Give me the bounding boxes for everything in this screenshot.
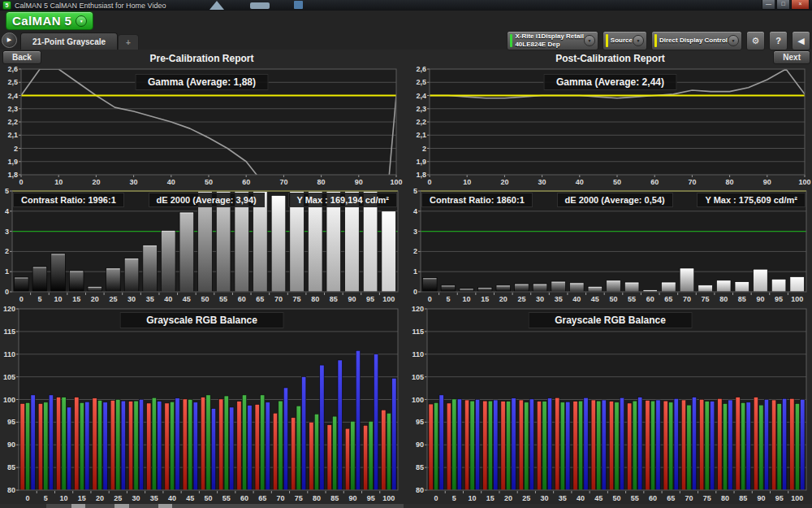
svg-text:100: 100 <box>791 494 803 502</box>
svg-text:75: 75 <box>293 295 301 303</box>
help-icon[interactable]: ? <box>769 31 788 50</box>
svg-text:100: 100 <box>791 295 803 303</box>
source-dropdown[interactable]: Source ▼ <box>603 31 647 50</box>
pre-de-average: dE 2000 (Average: 3,94) <box>149 193 265 207</box>
svg-text:65: 65 <box>667 494 675 502</box>
svg-text:75: 75 <box>702 295 710 303</box>
svg-text:1,8: 1,8 <box>7 171 18 179</box>
svg-text:70: 70 <box>685 494 693 502</box>
svg-text:95: 95 <box>775 494 784 502</box>
svg-text:70: 70 <box>688 178 696 185</box>
pre-contrast-ratio: Contrast Ratio: 1996:1 <box>13 193 124 207</box>
svg-text:2: 2 <box>413 247 417 255</box>
post-y-max: Y Max : 175,609 cd/m² <box>697 193 806 207</box>
svg-text:105: 105 <box>3 373 15 381</box>
bottom-strip <box>0 504 812 508</box>
svg-text:75: 75 <box>703 494 711 502</box>
svg-text:60: 60 <box>242 178 250 185</box>
svg-text:45: 45 <box>186 494 194 502</box>
close-icon[interactable]: × <box>791 0 810 10</box>
svg-text:20: 20 <box>500 178 508 185</box>
svg-text:120: 120 <box>412 306 424 313</box>
svg-text:70: 70 <box>276 494 284 502</box>
svg-text:80: 80 <box>313 494 321 502</box>
titlebar-reflection <box>250 2 270 9</box>
svg-text:30: 30 <box>541 494 549 502</box>
svg-text:4: 4 <box>5 207 9 215</box>
svg-text:15: 15 <box>486 494 495 502</box>
pre-calibration-panel: Back Pre-Calibration Report 2,62,52,42,3… <box>0 50 404 504</box>
svg-text:50: 50 <box>612 494 620 502</box>
settings-gear-icon[interactable]: ⚙ <box>746 31 765 50</box>
svg-text:5: 5 <box>446 295 450 303</box>
display-control-dropdown[interactable]: Direct Display Control ▼ <box>651 31 742 50</box>
app-bar: CalMAN 5 ▼ <box>0 11 812 32</box>
svg-text:55: 55 <box>219 295 227 303</box>
svg-text:65: 65 <box>256 295 264 303</box>
svg-text:95: 95 <box>367 494 375 502</box>
collapse-panel-icon[interactable]: ◀ <box>792 31 810 50</box>
post-de2000-chart: 0123450510152025303540455055606570758085… <box>408 189 812 305</box>
add-tab-button[interactable]: + <box>118 34 139 50</box>
titlebar-reflection <box>294 1 303 9</box>
svg-text:100: 100 <box>382 295 395 303</box>
tab-row: ▶ 21-Point Grayscale + X-Rite i1Display … <box>0 32 812 50</box>
svg-text:2,5: 2,5 <box>416 78 426 86</box>
chevron-down-icon[interactable]: ▼ <box>728 35 739 46</box>
pre-y-max: Y Max : 169,194 cd/m² <box>288 193 397 207</box>
post-panel-title: Post-Calibration Report <box>555 53 665 64</box>
svg-text:0: 0 <box>19 178 23 185</box>
chevron-down-icon[interactable]: ▼ <box>584 35 595 46</box>
svg-text:75: 75 <box>295 494 303 502</box>
svg-text:30: 30 <box>127 295 136 303</box>
svg-text:2,3: 2,3 <box>7 105 18 113</box>
back-button[interactable]: Back <box>2 50 41 64</box>
svg-text:2,1: 2,1 <box>7 131 18 139</box>
svg-text:35: 35 <box>555 295 563 303</box>
svg-text:95: 95 <box>7 418 15 426</box>
svg-text:40: 40 <box>576 178 584 185</box>
svg-text:80: 80 <box>416 486 424 494</box>
svg-text:1: 1 <box>413 267 417 276</box>
svg-text:2,2: 2,2 <box>7 118 18 126</box>
svg-text:50: 50 <box>205 178 213 185</box>
minimize-icon[interactable]: — <box>762 0 775 10</box>
calman-logo[interactable]: CalMAN 5 ▼ <box>6 11 93 30</box>
svg-text:50: 50 <box>609 295 617 303</box>
titlebar-reflection <box>209 1 224 10</box>
svg-text:5: 5 <box>44 494 48 502</box>
svg-text:1,9: 1,9 <box>7 158 18 166</box>
svg-text:95: 95 <box>775 295 783 303</box>
svg-text:25: 25 <box>517 295 525 303</box>
tab-21-point-grayscale[interactable]: 21-Point Grayscale <box>20 33 118 50</box>
svg-text:15: 15 <box>481 295 489 303</box>
logo-dropdown-icon[interactable]: ▼ <box>76 15 87 27</box>
source-dropdown-label: Source <box>611 37 633 45</box>
play-button[interactable]: ▶ <box>2 33 17 48</box>
svg-text:2,4: 2,4 <box>7 92 18 100</box>
calman-logo-text: CalMAN 5 <box>12 14 71 28</box>
pre-rgb-balance-plot: 8085909510010511011512005101520253035404… <box>2 306 403 504</box>
svg-text:100: 100 <box>798 178 810 185</box>
svg-text:55: 55 <box>628 295 636 303</box>
meter-dropdown[interactable]: X-Rite i1Display Retail 40LE824E Dep ▼ <box>507 31 598 50</box>
svg-text:90: 90 <box>756 295 764 303</box>
svg-text:100: 100 <box>390 178 402 185</box>
svg-text:10: 10 <box>54 178 63 185</box>
svg-text:25: 25 <box>114 494 122 502</box>
next-button[interactable]: Next <box>773 50 810 64</box>
pre-rgb-balance-chart: 8085909510010511011512005101520253035404… <box>0 306 404 504</box>
svg-text:100: 100 <box>412 396 424 404</box>
restore-icon[interactable]: □ <box>776 0 790 10</box>
svg-text:85: 85 <box>330 295 338 303</box>
svg-text:2,6: 2,6 <box>7 67 18 73</box>
svg-text:15: 15 <box>72 295 80 303</box>
post-rgb-title: Grayscale RGB Balance <box>528 312 693 328</box>
svg-text:30: 30 <box>132 494 140 502</box>
svg-text:10: 10 <box>60 494 68 502</box>
svg-text:20: 20 <box>504 494 512 502</box>
svg-text:50: 50 <box>613 178 621 185</box>
svg-text:115: 115 <box>412 328 424 336</box>
svg-text:85: 85 <box>7 463 15 471</box>
chevron-down-icon[interactable]: ▼ <box>633 35 644 46</box>
